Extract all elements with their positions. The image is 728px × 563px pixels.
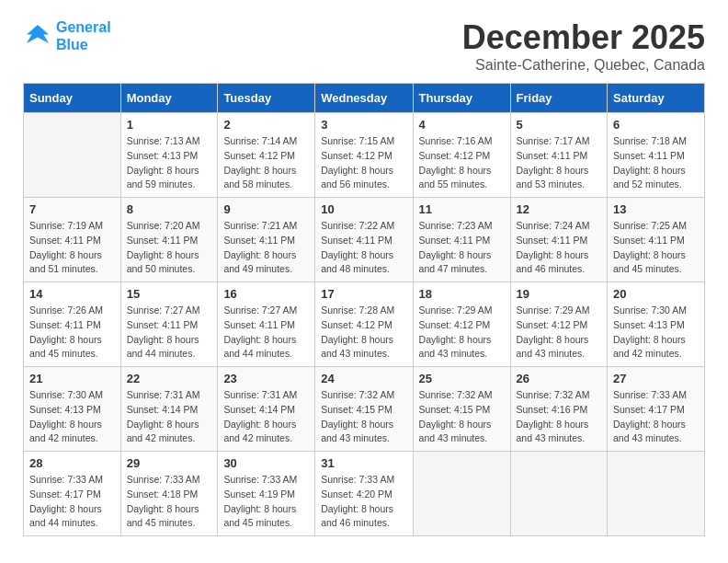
day-info: Sunrise: 7:29 AMSunset: 4:12 PMDaylight:…: [517, 304, 601, 362]
day-info: Sunrise: 7:33 AMSunset: 4:17 PMDaylight:…: [613, 388, 699, 446]
day-info: Sunrise: 7:27 AMSunset: 4:11 PMDaylight:…: [223, 304, 309, 362]
calendar-cell: 24 Sunrise: 7:32 AMSunset: 4:15 PMDaylig…: [315, 367, 413, 452]
calendar-cell: 10 Sunrise: 7:22 AMSunset: 4:11 PMDaylig…: [315, 198, 413, 282]
calendar-cell: 6 Sunrise: 7:18 AMSunset: 4:11 PMDayligh…: [608, 113, 705, 198]
day-number: 3: [321, 118, 406, 132]
day-number: 26: [517, 372, 601, 385]
calendar-cell: [510, 452, 607, 536]
day-number: 28: [29, 456, 115, 470]
day-info: Sunrise: 7:22 AMSunset: 4:11 PMDaylight:…: [321, 219, 406, 277]
day-number: 1: [127, 118, 212, 132]
calendar-week-row: 7 Sunrise: 7:19 AMSunset: 4:11 PMDayligh…: [24, 198, 705, 282]
day-number: 27: [613, 372, 699, 385]
calendar-week-row: 21 Sunrise: 7:30 AMSunset: 4:13 PMDaylig…: [24, 367, 705, 452]
day-info: Sunrise: 7:24 AMSunset: 4:11 PMDaylight:…: [517, 219, 601, 277]
day-info: Sunrise: 7:20 AMSunset: 4:11 PMDaylight:…: [127, 219, 212, 277]
day-info: Sunrise: 7:16 AMSunset: 4:12 PMDaylight:…: [419, 134, 505, 192]
calendar-cell: 22 Sunrise: 7:31 AMSunset: 4:14 PMDaylig…: [120, 367, 218, 452]
calendar-week-row: 28 Sunrise: 7:33 AMSunset: 4:17 PMDaylig…: [24, 452, 705, 536]
calendar-cell: [413, 452, 510, 536]
day-number: 2: [223, 118, 309, 132]
day-number: 15: [127, 287, 212, 301]
day-info: Sunrise: 7:28 AMSunset: 4:12 PMDaylight:…: [321, 304, 406, 362]
calendar-cell: 9 Sunrise: 7:21 AMSunset: 4:11 PMDayligh…: [218, 198, 315, 282]
day-info: Sunrise: 7:21 AMSunset: 4:11 PMDaylight:…: [223, 219, 309, 277]
day-number: 5: [517, 118, 601, 132]
calendar-table: SundayMondayTuesdayWednesdayThursdayFrid…: [23, 83, 705, 536]
day-info: Sunrise: 7:13 AMSunset: 4:13 PMDaylight:…: [127, 134, 212, 192]
logo: General Blue: [23, 18, 111, 53]
calendar-cell: 16 Sunrise: 7:27 AMSunset: 4:11 PMDaylig…: [218, 282, 315, 367]
day-number: 13: [613, 202, 699, 216]
day-info: Sunrise: 7:18 AMSunset: 4:11 PMDaylight:…: [613, 134, 699, 192]
day-info: Sunrise: 7:26 AMSunset: 4:11 PMDaylight:…: [29, 304, 115, 362]
day-number: 9: [223, 202, 309, 216]
header: General Blue December 2025 Sainte-Cather…: [23, 18, 705, 74]
day-info: Sunrise: 7:31 AMSunset: 4:14 PMDaylight:…: [223, 388, 309, 446]
day-number: 12: [517, 202, 601, 216]
calendar-cell: 17 Sunrise: 7:28 AMSunset: 4:12 PMDaylig…: [315, 282, 413, 367]
day-info: Sunrise: 7:14 AMSunset: 4:12 PMDaylight:…: [223, 134, 309, 192]
day-number: 17: [321, 287, 406, 301]
calendar-cell: 14 Sunrise: 7:26 AMSunset: 4:11 PMDaylig…: [24, 282, 121, 367]
calendar-cell: 18 Sunrise: 7:29 AMSunset: 4:12 PMDaylig…: [413, 282, 510, 367]
weekday-header-monday: Monday: [120, 84, 218, 113]
day-number: 7: [29, 202, 115, 216]
calendar-cell: [608, 452, 705, 536]
day-info: Sunrise: 7:32 AMSunset: 4:15 PMDaylight:…: [419, 388, 505, 446]
day-number: 10: [321, 202, 406, 216]
weekday-header-row: SundayMondayTuesdayWednesdayThursdayFrid…: [24, 84, 705, 113]
day-number: 22: [127, 372, 212, 385]
calendar-cell: 20 Sunrise: 7:30 AMSunset: 4:13 PMDaylig…: [608, 282, 705, 367]
svg-marker-0: [27, 25, 49, 43]
calendar-cell: 15 Sunrise: 7:27 AMSunset: 4:11 PMDaylig…: [120, 282, 218, 367]
day-number: 24: [321, 372, 406, 385]
logo-text: General Blue: [56, 18, 111, 53]
month-title: December 2025: [462, 18, 705, 57]
title-section: December 2025 Sainte-Catherine, Quebec, …: [462, 18, 705, 74]
weekday-header-tuesday: Tuesday: [218, 84, 315, 113]
calendar-cell: 2 Sunrise: 7:14 AMSunset: 4:12 PMDayligh…: [218, 113, 315, 198]
calendar-cell: 5 Sunrise: 7:17 AMSunset: 4:11 PMDayligh…: [510, 113, 607, 198]
calendar-cell: 29 Sunrise: 7:33 AMSunset: 4:18 PMDaylig…: [120, 452, 218, 536]
day-info: Sunrise: 7:29 AMSunset: 4:12 PMDaylight:…: [419, 304, 505, 362]
weekday-header-wednesday: Wednesday: [315, 84, 413, 113]
calendar-week-row: 14 Sunrise: 7:26 AMSunset: 4:11 PMDaylig…: [24, 282, 705, 367]
day-info: Sunrise: 7:30 AMSunset: 4:13 PMDaylight:…: [29, 388, 115, 446]
calendar-cell: 8 Sunrise: 7:20 AMSunset: 4:11 PMDayligh…: [120, 198, 218, 282]
calendar-cell: 23 Sunrise: 7:31 AMSunset: 4:14 PMDaylig…: [218, 367, 315, 452]
weekday-header-saturday: Saturday: [608, 84, 705, 113]
weekday-header-sunday: Sunday: [24, 84, 121, 113]
calendar-cell: 25 Sunrise: 7:32 AMSunset: 4:15 PMDaylig…: [413, 367, 510, 452]
calendar-week-row: 1 Sunrise: 7:13 AMSunset: 4:13 PMDayligh…: [24, 113, 705, 198]
calendar-cell: 11 Sunrise: 7:23 AMSunset: 4:11 PMDaylig…: [413, 198, 510, 282]
calendar-cell: 7 Sunrise: 7:19 AMSunset: 4:11 PMDayligh…: [24, 198, 121, 282]
day-number: 6: [613, 118, 699, 132]
day-info: Sunrise: 7:33 AMSunset: 4:17 PMDaylight:…: [29, 473, 115, 531]
day-number: 20: [613, 287, 699, 301]
calendar-cell: 26 Sunrise: 7:32 AMSunset: 4:16 PMDaylig…: [510, 367, 607, 452]
calendar-cell: [24, 113, 121, 198]
day-info: Sunrise: 7:32 AMSunset: 4:15 PMDaylight:…: [321, 388, 406, 446]
calendar-cell: 3 Sunrise: 7:15 AMSunset: 4:12 PMDayligh…: [315, 113, 413, 198]
weekday-header-thursday: Thursday: [413, 84, 510, 113]
day-info: Sunrise: 7:31 AMSunset: 4:14 PMDaylight:…: [127, 388, 212, 446]
logo-line1: General: [56, 19, 111, 35]
calendar-cell: 31 Sunrise: 7:33 AMSunset: 4:20 PMDaylig…: [315, 452, 413, 536]
day-info: Sunrise: 7:33 AMSunset: 4:19 PMDaylight:…: [223, 473, 309, 531]
day-number: 31: [321, 456, 406, 470]
day-number: 23: [223, 372, 309, 385]
weekday-header-friday: Friday: [510, 84, 607, 113]
day-number: 4: [419, 118, 505, 132]
day-info: Sunrise: 7:25 AMSunset: 4:11 PMDaylight:…: [613, 219, 699, 277]
calendar-cell: 21 Sunrise: 7:30 AMSunset: 4:13 PMDaylig…: [24, 367, 121, 452]
day-number: 16: [223, 287, 309, 301]
day-info: Sunrise: 7:33 AMSunset: 4:18 PMDaylight:…: [127, 473, 212, 531]
calendar-cell: 19 Sunrise: 7:29 AMSunset: 4:12 PMDaylig…: [510, 282, 607, 367]
day-info: Sunrise: 7:32 AMSunset: 4:16 PMDaylight:…: [517, 388, 601, 446]
calendar-cell: 1 Sunrise: 7:13 AMSunset: 4:13 PMDayligh…: [120, 113, 218, 198]
day-number: 25: [419, 372, 505, 385]
calendar-cell: 28 Sunrise: 7:33 AMSunset: 4:17 PMDaylig…: [24, 452, 121, 536]
calendar-cell: 13 Sunrise: 7:25 AMSunset: 4:11 PMDaylig…: [608, 198, 705, 282]
day-info: Sunrise: 7:33 AMSunset: 4:20 PMDaylight:…: [321, 473, 406, 531]
